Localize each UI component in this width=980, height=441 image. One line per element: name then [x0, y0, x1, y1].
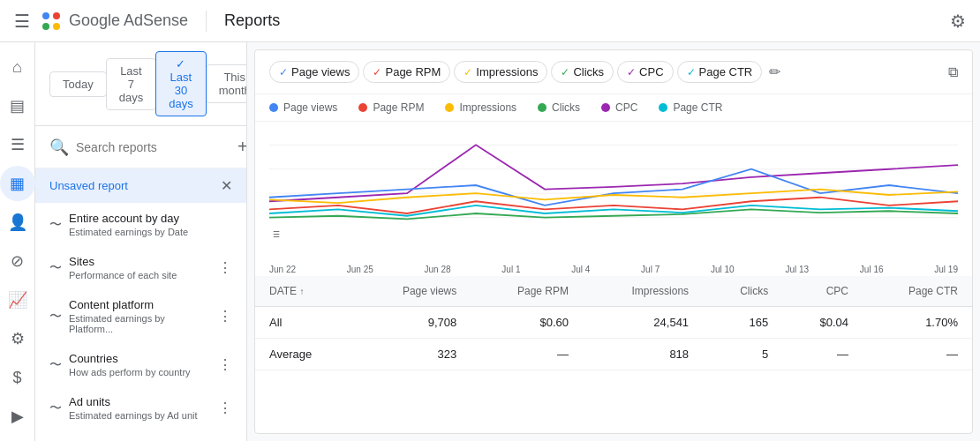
- legend-label-clicks: Clicks: [552, 101, 580, 114]
- filter-bar: Today Last 7 days ✓ Last 30 days This mo…: [35, 42, 246, 126]
- nav-accounts[interactable]: 👤: [0, 205, 35, 240]
- page-title: Reports: [224, 11, 280, 30]
- left-nav: ⌂ ▤ ☰ ▦ 👤 ⊘ 📈 ⚙ $ ▶: [0, 42, 35, 441]
- svg-point-0: [42, 12, 49, 19]
- col-header-cpc[interactable]: CPC: [782, 276, 863, 307]
- legend-dot-clicks: [538, 103, 547, 112]
- col-header-page-ctr[interactable]: Page CTR: [863, 276, 972, 307]
- sidebar: Today Last 7 days ✓ Last 30 days This mo…: [35, 42, 247, 441]
- filter-last7[interactable]: Last 7 days: [106, 58, 156, 110]
- cell-date-all: All: [255, 307, 355, 339]
- filter-thismonth[interactable]: This month: [206, 64, 247, 103]
- col-header-page-views[interactable]: Page views: [355, 276, 471, 307]
- x-label-4: Jul 4: [571, 265, 590, 274]
- check-clicks: ✓: [561, 66, 569, 78]
- chip-page-rpm[interactable]: ✓ Page RPM: [363, 61, 450, 83]
- sidebar-item-ad-units[interactable]: 〜 Ad units Estimated earnings by Ad unit…: [35, 386, 246, 430]
- legend-dot-cpc: [601, 103, 610, 112]
- search-input[interactable]: [76, 140, 230, 154]
- chart-svg: ☰: [269, 129, 958, 242]
- chip-clicks[interactable]: ✓ Clicks: [551, 61, 614, 83]
- check-cpc: ✓: [627, 66, 636, 78]
- sidebar-item-unsaved[interactable]: Unsaved report ✕: [35, 168, 246, 203]
- item-subtitle-2: Estimated earnings by Platform...: [69, 313, 211, 334]
- filter-today[interactable]: Today: [49, 71, 107, 97]
- svg-point-1: [53, 12, 60, 19]
- legend-label-impressions: Impressions: [459, 101, 516, 114]
- filter-last30[interactable]: ✓ Last 30 days: [155, 51, 206, 116]
- svg-point-3: [53, 23, 60, 30]
- chip-impressions[interactable]: ✓ Impressions: [454, 61, 547, 83]
- check-page-views: ✓: [279, 66, 288, 78]
- close-unsaved-icon[interactable]: ✕: [221, 177, 232, 194]
- cell-page-ctr-average: —: [863, 339, 972, 370]
- edit-metrics-icon[interactable]: ✏: [769, 64, 780, 80]
- legend-label-cpc: CPC: [615, 101, 637, 114]
- col-header-date[interactable]: DATE ↑: [255, 276, 355, 307]
- item-title-0: Entire account by day: [69, 212, 232, 225]
- legend-dot-impressions: [445, 103, 454, 112]
- logo-area: Google AdSense: [41, 11, 188, 32]
- chip-label-clicks: Clicks: [573, 65, 604, 78]
- chip-label-cpc: CPC: [639, 65, 663, 78]
- main-content: ✓ Page views ✓ Page RPM ✓ Impressions ✓ …: [247, 42, 980, 441]
- cell-cpc-average: —: [782, 339, 863, 370]
- filter-chart-icon[interactable]: ⧉: [948, 64, 958, 80]
- app-name: Google AdSense: [69, 11, 188, 30]
- x-label-9: Jul 19: [934, 265, 958, 274]
- sidebar-item-sites[interactable]: 〜 Sites Performance of each site ⋮: [35, 246, 246, 289]
- cell-clicks-all: 165: [703, 307, 782, 339]
- legend-impressions: Impressions: [445, 101, 516, 114]
- item-title-1: Sites: [69, 255, 211, 268]
- cell-clicks-average: 5: [703, 339, 782, 370]
- nav-block[interactable]: ⊘: [0, 243, 35, 279]
- nav-reports-2[interactable]: ▤: [0, 88, 35, 123]
- x-label-2: Jun 28: [425, 265, 451, 274]
- dots-icon-4[interactable]: ⋮: [218, 400, 232, 416]
- svg-point-2: [42, 23, 49, 30]
- wave-icon-1: 〜: [49, 217, 62, 233]
- wave-icon-4: 〜: [49, 357, 62, 373]
- item-title-2: Content platform: [69, 298, 211, 311]
- wave-icon-2: 〜: [49, 260, 62, 276]
- nav-video[interactable]: ▶: [0, 399, 35, 434]
- search-bar: 🔍 +: [35, 126, 246, 168]
- chip-page-views[interactable]: ✓ Page views: [269, 61, 359, 83]
- x-label-0: Jun 22: [269, 265, 296, 274]
- chip-page-ctr[interactable]: ✓ Page CTR: [677, 61, 763, 83]
- nav-analytics[interactable]: 📈: [0, 282, 35, 318]
- sidebar-item-platforms[interactable]: 〜 Platforms Estimated earnings by Platfo…: [35, 430, 246, 441]
- unsaved-report-title: Unsaved report: [49, 179, 214, 192]
- item-subtitle-4: Estimated earnings by Ad unit: [69, 410, 211, 421]
- legend-dot-page-views: [269, 103, 278, 112]
- dots-icon-1[interactable]: ⋮: [218, 259, 232, 276]
- col-header-clicks[interactable]: Clicks: [703, 276, 782, 307]
- settings-icon[interactable]: ⚙: [950, 11, 966, 32]
- add-report-icon[interactable]: +: [237, 137, 247, 157]
- cell-date-average: Average: [255, 339, 355, 370]
- legend-page-views: Page views: [269, 101, 337, 114]
- hamburger-menu[interactable]: ☰: [14, 11, 30, 32]
- nav-content[interactable]: ☰: [0, 127, 35, 162]
- sidebar-item-entire-account[interactable]: 〜 Entire account by day Estimated earnin…: [35, 203, 246, 246]
- sidebar-item-content-platform[interactable]: 〜 Content platform Estimated earnings by…: [35, 289, 246, 343]
- col-header-impressions[interactable]: Impressions: [583, 276, 703, 307]
- table-row-average: Average 323 — 818 5 — —: [255, 339, 972, 370]
- nav-home[interactable]: ⌂: [0, 49, 35, 85]
- col-header-page-rpm[interactable]: Page RPM: [471, 276, 583, 307]
- dots-icon-3[interactable]: ⋮: [218, 356, 232, 373]
- sort-date-icon: ↑: [299, 287, 304, 296]
- chip-cpc[interactable]: ✓ CPC: [617, 61, 673, 83]
- legend-dot-page-rpm: [358, 103, 367, 112]
- item-subtitle-1: Performance of each site: [69, 270, 211, 280]
- sidebar-item-countries[interactable]: 〜 Countries How ads perform by country ⋮: [35, 343, 246, 386]
- dots-icon-2[interactable]: ⋮: [218, 308, 232, 325]
- cell-page-views-all: 9,708: [355, 307, 471, 339]
- check-page-ctr: ✓: [687, 66, 696, 78]
- nav-settings[interactable]: ⚙: [0, 321, 35, 356]
- nav-payments[interactable]: $: [0, 360, 35, 395]
- nav-charts[interactable]: ▦: [0, 166, 35, 201]
- check-impressions: ✓: [464, 66, 472, 78]
- legend-page-rpm: Page RPM: [358, 101, 424, 114]
- table-row-all: All 9,708 $0.60 24,541 165 $0.04 1.70%: [255, 307, 972, 339]
